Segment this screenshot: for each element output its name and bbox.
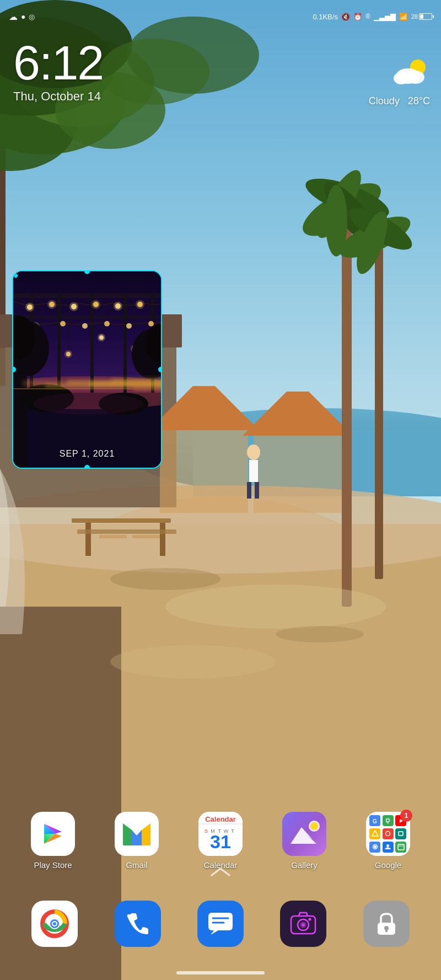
photo-date: SEP 1, 2021 [60,449,115,459]
alarm-icon: ⏰ [353,13,362,21]
svg-point-63 [25,303,34,312]
svg-text:T: T [231,828,234,834]
svg-rect-148 [385,929,388,932]
photo-widget[interactable]: SEP 1, 2021 [12,270,162,469]
svg-rect-125 [399,832,403,836]
battery-status: 28 [411,13,432,20]
dock-item-lock[interactable] [363,901,410,947]
app-item-playstore[interactable]: Play Store [25,812,80,870]
clock-date: Thu, October 14 [13,89,103,104]
dock [0,901,441,947]
svg-rect-29 [375,248,383,579]
app-item-gmail[interactable]: Gmail [109,812,164,870]
gmail-icon[interactable] [115,812,159,856]
svg-text:31: 31 [210,831,231,852]
whatsapp-icon: ● [21,12,25,21]
instagram-icon: ◎ [29,13,35,21]
google-folder-icon[interactable]: 1 G [366,812,410,856]
svg-point-65 [47,300,56,309]
photo-inner: SEP 1, 2021 [13,271,161,468]
svg-rect-41 [247,482,251,499]
svg-rect-20 [160,430,248,513]
svg-point-47 [276,626,364,642]
app-item-gallery[interactable]: Gallery [277,812,332,870]
svg-point-124 [386,832,390,836]
app-item-google[interactable]: 1 G [361,812,416,870]
svg-rect-55 [13,293,161,298]
svg-point-100 [33,393,143,415]
resize-handle-right[interactable] [158,367,162,372]
svg-rect-58 [57,293,61,393]
svg-point-78 [104,321,110,326]
svg-rect-37 [99,535,127,538]
signal-bars: ▁▃▅▇ [374,13,396,21]
messages-dock-icon[interactable] [197,901,244,947]
gallery-label: Gallery [291,860,318,870]
svg-point-50 [394,72,409,84]
svg-point-89 [98,334,105,341]
badge: 1 [400,810,412,822]
svg-point-44 [165,585,386,629]
svg-text:S: S [205,828,208,834]
dock-item-messages[interactable] [197,901,244,947]
network-speed: 0.1KB/s [313,13,338,21]
dock-item-camera[interactable] [280,901,326,947]
svg-point-136 [53,922,56,925]
calendar-icon[interactable]: 31 Calendar S M T W T [198,812,243,856]
app-item-calendar[interactable]: 31 Calendar S M T W T Calendar [193,812,248,870]
weather-widget: Cloudy 28°C [369,55,430,107]
svg-rect-59 [90,293,94,393]
svg-text:Calendar: Calendar [205,815,236,823]
clock-time: 6:12 [13,39,103,87]
svg-rect-40 [249,460,258,482]
svg-rect-36 [77,529,176,534]
google-folder-label: Google [375,860,401,870]
mute-icon: 🔇 [341,13,350,21]
playstore-icon[interactable] [31,812,75,856]
svg-marker-140 [211,930,218,935]
svg-point-69 [92,300,100,309]
svg-text:W: W [224,828,229,834]
svg-marker-123 [372,831,378,836]
svg-point-86 [64,350,72,358]
svg-point-46 [110,568,220,590]
chrome-dock-icon[interactable] [31,901,78,947]
svg-rect-56 [13,315,161,319]
svg-rect-33 [72,518,171,523]
status-bar: ☁ ● ◎ 0.1KB/s 🔇 ⏰ ® ▁▃▅▇ 📶 28 [0,0,441,29]
home-indicator[interactable] [176,971,265,974]
svg-rect-22 [254,436,342,513]
gallery-icon[interactable] [282,812,326,856]
camera-dock-icon[interactable] [280,901,326,947]
svg-point-79 [126,323,132,329]
svg-text:G: G [373,818,377,824]
svg-point-144 [302,923,305,927]
svg-text:T: T [218,828,221,834]
svg-rect-129 [398,844,404,850]
app-grid: Play Store Gmail [0,812,441,870]
resize-handle-bottom[interactable] [84,465,90,469]
svg-point-76 [60,321,66,326]
svg-text:M: M [211,828,215,834]
playstore-label: Play Store [34,860,72,870]
svg-rect-34 [85,523,91,556]
registered-icon: ® [365,13,370,20]
svg-rect-35 [160,523,165,556]
svg-point-71 [114,302,122,310]
svg-point-77 [82,323,88,329]
phone-dock-icon[interactable] [115,901,161,947]
status-left: ☁ ● ◎ [9,12,35,22]
svg-point-67 [69,302,78,311]
svg-rect-137 [208,913,233,930]
gmail-label: Gmail [126,860,147,870]
svg-point-73 [136,300,144,309]
wifi-icon: 📶 [399,13,408,21]
dock-item-chrome[interactable] [31,901,78,947]
dock-item-phone[interactable] [115,901,161,947]
weather-icon [369,55,430,93]
swipe-up-indicator[interactable] [209,865,232,882]
lock-dock-icon[interactable] [363,901,410,947]
svg-point-126 [374,845,377,848]
svg-point-51 [407,71,424,84]
svg-point-45 [110,645,276,678]
